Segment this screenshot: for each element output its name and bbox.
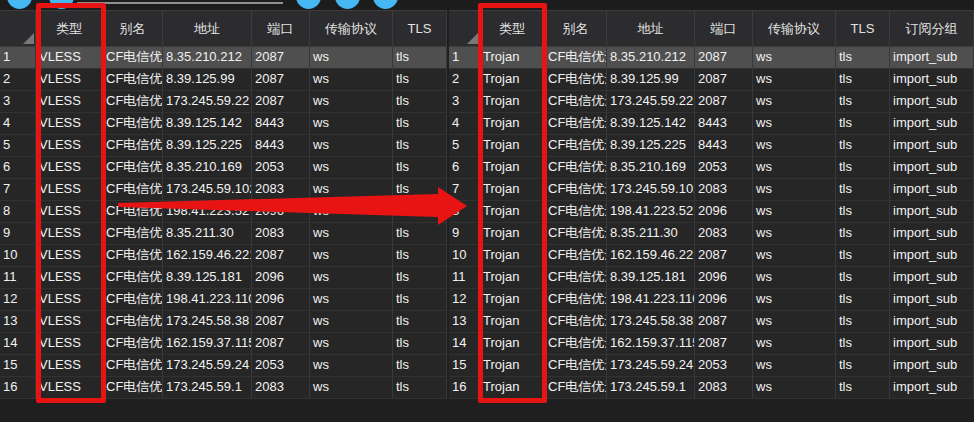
table-row[interactable]: 13VLESSCF电信优选173.245.58.382087wstls <box>0 311 447 333</box>
column-header[interactable]: 端口 <box>252 11 310 47</box>
column-header[interactable]: 地址 <box>607 11 695 47</box>
column-header[interactable]: TLS <box>393 11 447 47</box>
table-row[interactable]: 8VLESSCF电信优选198.41.223.522096wstls <box>0 201 447 223</box>
cell: 173.245.59.24 <box>163 355 252 377</box>
cell: import_sub <box>890 91 974 113</box>
cell: import_sub <box>890 289 974 311</box>
table-row[interactable]: 9TrojanCF电信优选8.35.211.302083wstlsimport_… <box>449 223 974 245</box>
cell: tls <box>393 69 447 91</box>
column-header[interactable]: 传输协议 <box>310 11 393 47</box>
table-row[interactable]: 11VLESSCF电信优选8.39.125.1812096wstls <box>0 267 447 289</box>
column-header[interactable]: 别名 <box>545 11 607 47</box>
table-row[interactable]: 14TrojanCF电信优选162.159.37.1152087wstlsimp… <box>449 333 974 355</box>
table-row[interactable]: 16TrojanCF电信优选173.245.59.12083wstlsimpor… <box>449 377 974 399</box>
table-row[interactable]: 7VLESSCF电信优选173.245.59.1022083wstls <box>0 179 447 201</box>
cell: tls <box>836 311 890 333</box>
cell: 8.39.125.99 <box>607 69 695 91</box>
header-row: 类型别名地址端口传输协议TLS订阅分组 <box>449 11 974 47</box>
row-number-cell: 10 <box>0 245 36 267</box>
cell: ws <box>753 91 836 113</box>
cell: Trojan <box>480 333 545 355</box>
cell: 8.35.210.212 <box>607 47 695 69</box>
table-row[interactable]: 9VLESSCF电信优选8.35.211.302083wstls <box>0 223 447 245</box>
cell: 2087 <box>252 91 310 113</box>
cell: tls <box>836 333 890 355</box>
row-number-cell: 7 <box>449 179 480 201</box>
cell: CF电信优选 <box>103 223 163 245</box>
cell: ws <box>310 157 393 179</box>
cell: ws <box>310 333 393 355</box>
column-header[interactable]: 地址 <box>163 11 252 47</box>
cell: 162.159.37.115 <box>607 333 695 355</box>
table-row[interactable]: 10VLESSCF电信优选162.159.46.2212087wstls <box>0 245 447 267</box>
table-row[interactable]: 2VLESSCF电信优选8.39.125.992087wstls <box>0 69 447 91</box>
cell: Trojan <box>480 179 545 201</box>
cell: VLESS <box>36 91 103 113</box>
cell: 8.39.125.181 <box>607 267 695 289</box>
table-row[interactable]: 5VLESSCF电信优选8.39.125.2258443wstls <box>0 135 447 157</box>
cell: import_sub <box>890 267 974 289</box>
table-row[interactable]: 10TrojanCF电信优选162.159.46.2212087wstlsimp… <box>449 245 974 267</box>
column-header[interactable]: 订阅分组 <box>890 11 974 47</box>
column-header[interactable]: TLS <box>836 11 890 47</box>
column-header[interactable]: 类型 <box>36 11 103 47</box>
cell: 173.245.59.22 <box>607 91 695 113</box>
table-row[interactable]: 11TrojanCF电信优选8.39.125.1812096wstlsimpor… <box>449 267 974 289</box>
cell: 8.35.210.169 <box>607 157 695 179</box>
cell: 8443 <box>695 113 753 135</box>
cell: import_sub <box>890 201 974 223</box>
cell: import_sub <box>890 135 974 157</box>
table-row[interactable]: 15VLESSCF电信优选173.245.59.242053wstls <box>0 355 447 377</box>
table-row[interactable]: 12VLESSCF电信优选198.41.223.1102096wstls <box>0 289 447 311</box>
cell: ws <box>753 355 836 377</box>
cell: CF电信优选 <box>545 289 607 311</box>
column-header[interactable]: 别名 <box>103 11 163 47</box>
table-row-selected[interactable]: 1TrojanCF电信优选8.35.210.2122087wstlsimport… <box>449 47 974 69</box>
select-all-header-cell[interactable] <box>449 11 480 47</box>
table-row[interactable]: 4TrojanCF电信优选8.39.125.1428443wstlsimport… <box>449 113 974 135</box>
cell: ws <box>310 245 393 267</box>
cell: 8.39.125.142 <box>163 113 252 135</box>
cell: CF电信优选 <box>545 157 607 179</box>
table-row-selected[interactable]: 1VLESSCF电信优选8.35.210.2122087wstls <box>0 47 447 69</box>
cell: 198.41.223.110 <box>607 289 695 311</box>
table-row[interactable]: 5TrojanCF电信优选8.39.125.2258443wstlsimport… <box>449 135 974 157</box>
column-header[interactable]: 传输协议 <box>753 11 836 47</box>
toolbar-icon[interactable] <box>373 0 398 9</box>
table-row[interactable]: 6VLESSCF电信优选8.35.210.1692053wstls <box>0 157 447 179</box>
table-row[interactable]: 12TrojanCF电信优选198.41.223.1102096wstlsimp… <box>449 289 974 311</box>
table-row[interactable]: 7TrojanCF电信优选173.245.59.1022083wstlsimpo… <box>449 179 974 201</box>
table-row[interactable]: 6TrojanCF电信优选8.35.210.1692053wstlsimport… <box>449 157 974 179</box>
toolbar-icon[interactable] <box>7 0 32 9</box>
cell: VLESS <box>36 113 103 135</box>
cell: 162.159.37.115 <box>163 333 252 355</box>
table-row[interactable]: 16VLESSCF电信优选173.245.59.12083wstls <box>0 377 447 399</box>
cell: tls <box>393 333 447 355</box>
table-row[interactable]: 15TrojanCF电信优选173.245.59.242053wstlsimpo… <box>449 355 974 377</box>
table-row[interactable]: 2TrojanCF电信优选8.39.125.992087wstlsimport_… <box>449 69 974 91</box>
row-number-cell: 9 <box>449 223 480 245</box>
table-row[interactable]: 3TrojanCF电信优选173.245.59.222087wstlsimpor… <box>449 91 974 113</box>
cell: Trojan <box>480 135 545 157</box>
table-row[interactable]: 8TrojanCF电信优选198.41.223.522096wstlsimpor… <box>449 201 974 223</box>
cell: ws <box>753 113 836 135</box>
select-all-header-cell[interactable] <box>0 11 36 47</box>
cell: tls <box>393 289 447 311</box>
toolbar-icon[interactable] <box>49 0 74 9</box>
column-header[interactable]: 类型 <box>480 11 545 47</box>
toolbar-icon[interactable] <box>296 0 321 9</box>
cell: CF电信优选 <box>103 91 163 113</box>
cell: CF电信优选 <box>545 113 607 135</box>
cell: VLESS <box>36 377 103 399</box>
table-row[interactable]: 14VLESSCF电信优选162.159.37.1152087wstls <box>0 333 447 355</box>
cell: CF电信优选 <box>103 179 163 201</box>
table-row[interactable]: 13TrojanCF电信优选173.245.58.382087wstlsimpo… <box>449 311 974 333</box>
column-header[interactable]: 端口 <box>695 11 753 47</box>
cell: 2096 <box>695 201 753 223</box>
toolbar-icon[interactable] <box>335 0 360 9</box>
cell: 173.245.59.1 <box>607 377 695 399</box>
table-row[interactable]: 3VLESSCF电信优选173.245.59.222087wstls <box>0 91 447 113</box>
cell: 2087 <box>252 311 310 333</box>
cell: Trojan <box>480 113 545 135</box>
table-row[interactable]: 4VLESSCF电信优选8.39.125.1428443wstls <box>0 113 447 135</box>
